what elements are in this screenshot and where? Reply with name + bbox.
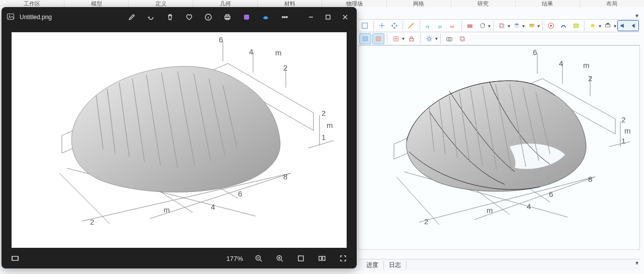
favorite-icon[interactable] [181,9,198,25]
photos-titlebar[interactable]: Untitled.png [2,7,357,27]
svg-rect-96 [323,256,325,260]
svg-text:xy: xy [426,24,430,29]
lock-view-icon[interactable] [406,33,418,44]
ribbon-tab[interactable]: 研究 [451,0,516,7]
bounding-box-icon[interactable] [359,20,371,31]
svg-point-62 [286,17,287,18]
axis-unit: m [487,206,493,215]
zoom-out-icon[interactable] [250,250,267,266]
print-icon[interactable] [602,20,614,31]
svg-rect-16 [363,36,368,41]
view-yz-icon[interactable]: yz [435,20,446,31]
filmstrip-icon[interactable] [7,250,24,266]
copy-view-icon[interactable] [456,33,468,44]
camera-icon[interactable] [443,33,455,44]
zoom-in-icon[interactable] [271,250,288,266]
measure-icon[interactable] [406,20,417,31]
more-icon[interactable] [276,9,293,25]
info-icon[interactable] [200,9,217,25]
axis-unit: m [164,206,170,214]
stack-icon[interactable] [511,20,523,31]
axis-tick: 4 [249,47,253,56]
photos-window: Untitled.png [2,7,357,268]
svg-point-5 [480,24,485,28]
ribbon-tab[interactable]: 网格 [387,0,451,7]
ribbon-tab[interactable]: 布局 [580,0,644,7]
ribbon-tab[interactable]: 材料 [258,0,322,7]
axis-tick: 1 [621,136,625,145]
svg-rect-17 [376,36,381,41]
ribbon-tab[interactable]: 模型 [64,0,129,7]
select-point-icon[interactable] [545,20,557,31]
svg-rect-59 [244,15,249,20]
photos-image[interactable]: 6 4 2 m 2 1 m 8 6 4 2 m [12,32,347,248]
svg-rect-18 [410,38,414,41]
copy-icon[interactable] [496,20,508,31]
view-xz-icon[interactable]: xz [447,20,459,31]
axis-tick: 8 [283,172,287,181]
status-overflow-chevron[interactable]: ▾ [633,259,641,266]
ribbon-overflow-chevron[interactable]: ▾ [633,12,641,19]
ribbon-tab[interactable]: 物理场 [322,0,386,7]
delete-icon[interactable] [162,9,179,25]
speaker-icon[interactable] [618,21,628,31]
zoom-extents-icon[interactable] [376,20,388,31]
svg-point-10 [550,25,552,27]
scene-light-icon[interactable] [587,20,599,31]
ribbon-tab[interactable]: 结果 [516,0,580,7]
print-icon[interactable] [219,9,236,25]
window-maximize-icon[interactable] [319,9,337,25]
svg-point-54 [9,15,11,17]
actual-size-icon[interactable] [313,250,331,266]
fullscreen-icon[interactable] [335,250,352,266]
grid-icon[interactable] [390,33,402,44]
view-xy-icon[interactable]: xy [423,20,434,31]
svg-point-60 [282,17,283,18]
layers-icon[interactable] [526,20,537,31]
app-2-icon[interactable] [257,9,274,25]
axis-tick: 2 [621,115,625,124]
window-minimize-icon[interactable] [302,9,319,25]
svg-rect-23 [461,37,464,41]
status-tab-progress[interactable]: 进度 [361,261,384,269]
axis-tick: 2 [321,109,326,117]
svg-point-8 [529,24,535,26]
svg-rect-4 [467,24,473,28]
axis-tick: 6 [219,35,223,44]
app-1-icon[interactable] [238,9,255,25]
photos-bottombar: 177% [2,248,357,268]
svg-rect-14 [606,24,610,27]
svg-point-21 [448,38,450,40]
edit-icon[interactable] [123,9,140,25]
axis-unit: m [583,61,590,70]
axis-unit: m [624,126,631,135]
render-mode-1-icon[interactable] [359,33,371,44]
view-cycle-icon[interactable] [476,20,488,31]
window-close-icon[interactable] [337,9,354,25]
svg-line-37 [396,177,439,225]
axis-tick: 2 [90,218,94,226]
svg-text:yz: yz [438,24,442,29]
view-default-icon[interactable] [464,20,476,31]
graphics-view[interactable]: 6 4 2 m 2 1 m 8 6 4 2 m [358,45,640,250]
photos-filename: Untitled.png [20,14,52,21]
settings-gear-icon[interactable] [423,33,435,44]
svg-line-74 [308,141,334,148]
axis-tick: 2 [283,63,287,72]
ribbon-tab[interactable]: 工作区 [0,0,64,7]
ribbon-tab[interactable]: 几何 [193,0,258,7]
axis-tick: 8 [588,175,592,183]
animation-controls [617,20,639,31]
render-mode-2-icon[interactable] [372,33,384,44]
select-edge-icon[interactable] [558,20,570,31]
play-prev-icon[interactable] [628,21,638,31]
zoom-percent: 177% [226,255,243,262]
status-tab-log[interactable]: 日志 [384,261,407,269]
rotate-icon[interactable] [142,9,159,25]
fit-icon[interactable] [292,250,309,266]
axis-tick: 6 [549,190,553,198]
svg-rect-57 [226,15,229,16]
ribbon-tab[interactable]: 定义 [129,0,193,7]
select-boundary-icon[interactable] [570,20,582,31]
pan-icon[interactable] [388,20,400,31]
